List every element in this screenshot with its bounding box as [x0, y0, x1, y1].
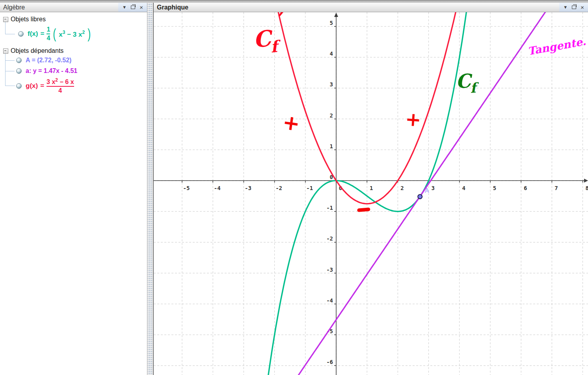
x-tick-label: -5 — [183, 185, 190, 191]
y-tick-label: -1 — [326, 205, 333, 211]
graphics-undock-icon[interactable] — [572, 6, 576, 9]
collapse-icon[interactable] — [3, 49, 8, 54]
plot-svg: -5-4-3-2-1012345678543210-1-2-3-4-5-6A — [154, 12, 588, 375]
rparen: ) — [87, 26, 91, 42]
graphics-panel-title: Graphique — [154, 4, 188, 11]
x-tick-label: 2 — [400, 185, 404, 191]
algebra-item-a: a: y = 1.47x - 4.51 — [26, 67, 77, 75]
x-tick-label: -1 — [306, 185, 313, 191]
algebra-undock-icon[interactable] — [131, 6, 135, 9]
visibility-sphere-icon[interactable] — [16, 68, 22, 74]
graphics-close-icon[interactable]: × — [581, 4, 584, 10]
point-A[interactable] — [418, 194, 422, 199]
algebra-panel-title: Algèbre — [0, 4, 25, 11]
algebra-item-A: A = (2.72, -0.52) — [26, 57, 71, 64]
visibility-sphere-icon[interactable] — [18, 31, 24, 37]
geogebra-window: Algèbre ▼ × Objets libres — [0, 0, 588, 375]
x-tick-label: 3 — [431, 185, 434, 191]
window-top-strip — [0, 0, 588, 3]
graphics-header-buttons: ▼ × — [559, 3, 588, 12]
y-tick-label: -6 — [326, 359, 333, 365]
algebra-dropdown-icon[interactable]: ▼ — [122, 5, 127, 9]
y-tick-label: -4 — [326, 297, 333, 304]
tree-connector — [5, 52, 15, 86]
y-tick-label: 1 — [330, 143, 333, 149]
x-tick-label: 8 — [585, 185, 588, 191]
x-tick-label: -2 — [275, 185, 282, 191]
algebra-header-buttons: ▼ × — [118, 3, 147, 12]
y-tick-label: 5 — [330, 20, 333, 26]
x-tick-label: 7 — [555, 185, 558, 191]
y-tick-label: 3 — [330, 81, 333, 88]
graphics-panel: Graphique ▼ × -5-4-3-2-1012345678543210-… — [153, 3, 588, 375]
algebra-item-A-row[interactable]: A = (2.72, -0.52) — [16, 56, 71, 64]
y-tick-label: 2 — [330, 112, 333, 119]
tree-connector — [5, 21, 15, 34]
algebra-tree: Objets libres f(x)=14(x3 − 3 x2) Objets … — [0, 12, 147, 375]
x-tick-label: 6 — [524, 185, 527, 191]
y-tick-label: -3 — [326, 267, 333, 273]
algebra-panel: Algèbre ▼ × Objets libres — [0, 3, 147, 375]
algebra-item-f: f(x)=14(x3 − 3 x2) — [28, 26, 91, 41]
group-free-objects-label: Objets libres — [11, 16, 46, 23]
group-dependent-objects-label: Objets dépendants — [11, 47, 63, 54]
graphics-panel-header[interactable]: Graphique ▼ × — [154, 3, 588, 12]
group-dependent-objects: Objets dépendants — [3, 47, 63, 54]
algebra-item-g-row[interactable]: g(x)=3 x2 − 6 x4 — [16, 77, 74, 95]
lparen: ( — [53, 26, 56, 42]
x-tick-label: -3 — [245, 185, 251, 191]
tree-connector — [5, 71, 15, 71]
visibility-sphere-icon[interactable] — [16, 58, 22, 63]
panel-splitter[interactable] — [147, 3, 153, 375]
graphics-view[interactable]: -5-4-3-2-1012345678543210-1-2-3-4-5-6A C… — [154, 12, 588, 375]
x-tick-label: 4 — [462, 185, 465, 191]
point-label-A: A — [425, 187, 429, 194]
x-axis-arrow — [584, 179, 588, 183]
algebra-close-icon[interactable]: × — [140, 4, 143, 10]
curve-f[interactable] — [255, 12, 480, 375]
y-tick-label: 4 — [330, 50, 333, 57]
x-tick-label: -4 — [214, 185, 221, 191]
collapse-icon[interactable] — [3, 17, 8, 22]
y-axis-arrow — [334, 13, 338, 17]
algebra-panel-header[interactable]: Algèbre ▼ × — [0, 3, 147, 12]
visibility-sphere-icon[interactable] — [16, 83, 22, 89]
group-free-objects: Objets libres — [3, 16, 46, 23]
x-tick-label: 5 — [493, 185, 496, 191]
y-tick-label: -2 — [326, 235, 333, 242]
tree-connector — [5, 60, 15, 61]
x-tick-label: 1 — [370, 185, 373, 191]
algebra-item-a-row[interactable]: a: y = 1.47x - 4.51 — [16, 67, 77, 75]
algebra-item-f-row[interactable]: f(x)=14(x3 − 3 x2) — [18, 25, 91, 43]
algebra-item-g: g(x)=3 x2 − 6 x4 — [26, 78, 74, 94]
graphics-dropdown-icon[interactable]: ▼ — [563, 5, 568, 9]
